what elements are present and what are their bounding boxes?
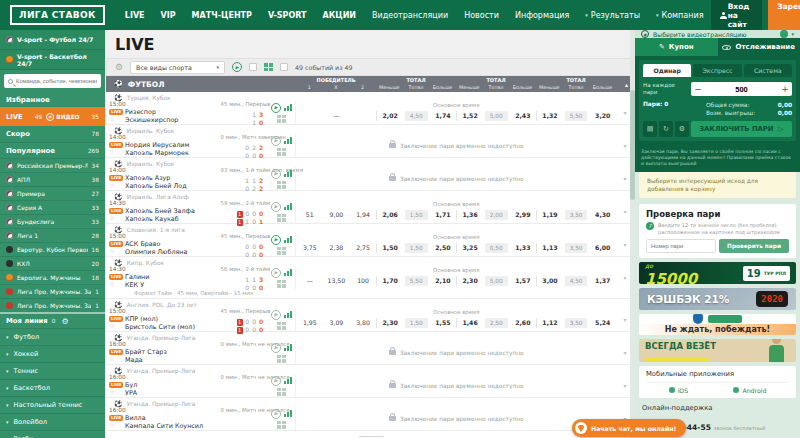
odd-under[interactable]: 1,13 bbox=[536, 243, 563, 253]
odd-over[interactable]: 1,55 bbox=[430, 318, 457, 328]
video-stream-icon[interactable]: ▶ bbox=[271, 343, 281, 353]
make-bet-button[interactable]: сделать ставку bbox=[645, 358, 710, 362]
odd-under[interactable]: 3,00 bbox=[536, 276, 563, 286]
stats-icon[interactable] bbox=[284, 236, 292, 243]
scrollbar[interactable] bbox=[630, 30, 635, 438]
field-view-icon[interactable] bbox=[277, 247, 286, 255]
refresh-icon[interactable]: ↻ bbox=[659, 121, 673, 137]
sidebar-sport-item[interactable]: ▾ Футбол bbox=[0, 328, 105, 345]
sport-select[interactable]: Все виды спорта▾ bbox=[130, 61, 225, 74]
odd-over[interactable]: 1,74 bbox=[430, 111, 457, 121]
sidebar-item-soon[interactable]: Скоро78 bbox=[0, 126, 105, 143]
sidebar-league-item[interactable]: Евротур. Кубок Первого канала ... 16 bbox=[0, 242, 105, 256]
odd-win2[interactable]: 2,75 bbox=[350, 243, 377, 253]
sidebar-sport-item[interactable]: ▾ Регби bbox=[0, 430, 105, 438]
odd-under[interactable]: 2,30 bbox=[456, 276, 483, 286]
sidebar-league-item[interactable]: КХЛ 20 bbox=[0, 256, 105, 270]
team-away[interactable]: Хапоэль Каукаб bbox=[125, 215, 221, 223]
field-view-icon[interactable] bbox=[277, 322, 286, 330]
favorite-star-icon[interactable]: ☆ bbox=[109, 214, 115, 222]
nav-item[interactable]: ▾Компания bbox=[648, 0, 712, 30]
odd-under[interactable]: 1,70 bbox=[376, 276, 403, 286]
video-broadcast-select[interactable]: ◉ Выберите видеотрансляцию ▾ bbox=[635, 30, 800, 38]
odd-over[interactable]: 3,20 bbox=[589, 111, 616, 121]
nav-item[interactable]: V-SPORT bbox=[260, 0, 315, 30]
odd-under[interactable]: 1,19 bbox=[536, 210, 563, 220]
field-view-icon[interactable] bbox=[277, 115, 286, 123]
team-home[interactable]: АСК Браво bbox=[125, 240, 221, 248]
team-away[interactable]: Кампала Сити Коунсил bbox=[125, 422, 221, 430]
trash-icon[interactable]: ▤ bbox=[643, 121, 657, 137]
video-stream-icon[interactable]: ▶ bbox=[271, 310, 281, 320]
sidebar-sport-item[interactable]: ▾ Баскетбол bbox=[0, 379, 105, 396]
sidebar-league-item[interactable]: Российская Премьер-Лига 34 bbox=[0, 158, 105, 172]
team-away[interactable]: Эскишехирспор bbox=[125, 116, 221, 124]
odd-draw[interactable]: 2,38 bbox=[323, 243, 350, 253]
favorite-star-icon[interactable]: ☆ bbox=[109, 322, 115, 330]
favorite-star-icon[interactable]: ☆ bbox=[109, 355, 115, 363]
odd-win1[interactable]: 3,75 bbox=[296, 243, 323, 253]
stats-icon[interactable] bbox=[284, 203, 292, 210]
team-away[interactable]: Бристоль Сити (мол) bbox=[125, 323, 221, 331]
nav-item[interactable]: VIP bbox=[153, 0, 184, 30]
team-home[interactable]: Нордия Иерусалим bbox=[125, 141, 221, 149]
grid-filter-checkbox[interactable] bbox=[280, 63, 288, 71]
favorite-star-icon[interactable]: ☆ bbox=[109, 247, 115, 255]
field-view-icon[interactable] bbox=[277, 388, 286, 396]
tab-system[interactable]: Система bbox=[744, 64, 792, 77]
favorite-star-icon[interactable]: ☆ bbox=[109, 280, 115, 288]
nav-item[interactable]: МАТЧ-ЦЕНТР bbox=[184, 0, 260, 30]
odd-win1[interactable]: 1,95 bbox=[296, 318, 323, 328]
search-input[interactable] bbox=[16, 78, 97, 84]
sidebar-myline[interactable]: Моя линия 0 ⚙ bbox=[0, 312, 105, 328]
odd-under[interactable]: 1,50 bbox=[376, 243, 403, 253]
sidebar-league-item[interactable]: Примера 27 bbox=[0, 186, 105, 200]
bet-number-input[interactable] bbox=[646, 239, 716, 253]
favorite-star-icon[interactable]: ☆ bbox=[109, 181, 115, 189]
video-stream-icon[interactable]: ▶ bbox=[271, 376, 281, 386]
ios-app-link[interactable]: iOS bbox=[669, 387, 689, 394]
nav-item[interactable]: АКЦИИ bbox=[315, 0, 365, 30]
sidebar-sport-item[interactable]: ▾ Теннис bbox=[0, 362, 105, 379]
field-view-icon[interactable] bbox=[277, 421, 286, 429]
stats-icon[interactable] bbox=[284, 104, 292, 111]
stats-icon[interactable] bbox=[284, 137, 292, 144]
odd-over[interactable]: 2,60 bbox=[510, 318, 537, 328]
odd-win1[interactable]: — bbox=[296, 276, 323, 286]
team-home[interactable]: Бул bbox=[125, 381, 221, 389]
team-away[interactable]: Олимпия Любляна bbox=[125, 248, 221, 256]
sidebar-league-item[interactable]: Лига Про. Мужчины. Зал А4 1 bbox=[0, 284, 105, 298]
favorite-star-icon[interactable]: ☆ bbox=[109, 388, 115, 396]
stats-icon[interactable] bbox=[284, 344, 292, 351]
field-view-icon[interactable] bbox=[277, 214, 286, 222]
team-home[interactable]: Ризеспор bbox=[125, 108, 221, 116]
sidebar-league-item[interactable]: Серия А 33 bbox=[0, 200, 105, 214]
odd-under[interactable]: 3,25 bbox=[456, 243, 483, 253]
odd-over[interactable]: 2,10 bbox=[430, 276, 457, 286]
stats-icon[interactable] bbox=[284, 269, 292, 276]
video-stream-icon[interactable]: ▶ bbox=[271, 235, 281, 245]
team-home[interactable]: Галини bbox=[125, 273, 221, 281]
tab-tracking[interactable]: Отслеживание bbox=[718, 38, 800, 56]
team-home[interactable]: Вилла bbox=[125, 414, 221, 422]
odd-over[interactable]: 1,33 bbox=[510, 243, 537, 253]
odd-over[interactable]: 1,37 bbox=[589, 276, 616, 286]
odd-under[interactable]: 2,30 bbox=[376, 318, 403, 328]
stats-icon[interactable] bbox=[284, 377, 292, 384]
sidebar-sport-item[interactable]: ▾ Волейбол bbox=[0, 413, 105, 430]
minus-button[interactable]: − bbox=[691, 82, 705, 96]
odd-over[interactable]: 1,71 bbox=[430, 210, 457, 220]
odd-under[interactable]: 2,02 bbox=[376, 111, 403, 121]
sidebar-league-item[interactable]: АПЛ 38 bbox=[0, 172, 105, 186]
field-view-icon[interactable] bbox=[277, 280, 286, 288]
promo-banner-newplayers[interactable]: до 15000 НОВЫМ ИГРОКАМ 19 ТУР РПЛ bbox=[639, 262, 796, 284]
promo-banner-lottery[interactable]: Не ждать, побеждать! bbox=[639, 314, 796, 336]
odd-under[interactable]: 1,52 bbox=[456, 111, 483, 121]
stake-input[interactable] bbox=[705, 85, 778, 94]
odd-draw[interactable]: 3,09 bbox=[323, 318, 350, 328]
team-away[interactable]: Мада bbox=[125, 356, 221, 364]
nav-item[interactable]: Видеотрансляции bbox=[364, 0, 456, 30]
nav-item[interactable]: LIVE bbox=[117, 0, 153, 30]
video-stream-icon[interactable]: ▶ bbox=[271, 136, 281, 146]
sidebar-vsport-item[interactable]: V-sport - Футбол 24/7 bbox=[0, 30, 105, 50]
